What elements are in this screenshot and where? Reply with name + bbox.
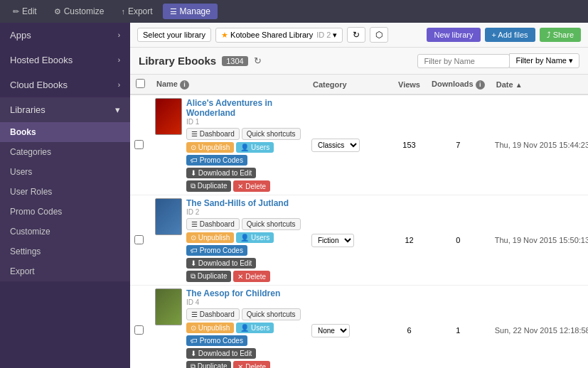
add-files-button[interactable]: + Add files: [485, 28, 535, 42]
users-button[interactable]: 👤 Users: [236, 142, 274, 153]
category-select[interactable]: Classics: [311, 139, 360, 152]
promo-codes-button[interactable]: 🏷 Promo Codes: [186, 335, 247, 346]
views-cell: 12: [392, 195, 426, 286]
edit-icon: ✏: [13, 7, 19, 16]
filter-label[interactable]: Filter by Name ▾: [509, 53, 579, 68]
table-header-row: Name i Category Views Downloads i Date ▲: [130, 75, 588, 94]
th-checkbox: [130, 75, 151, 94]
users-button[interactable]: 👤 Users: [236, 232, 274, 243]
sort-arrow-icon: ▲: [515, 81, 523, 89]
th-views: Views: [392, 75, 426, 94]
category-select[interactable]: Fiction: [311, 234, 354, 247]
filter-input[interactable]: [417, 54, 510, 68]
dashboard-button[interactable]: ☰ Dashboard: [186, 218, 240, 230]
refresh-button[interactable]: ↻: [347, 27, 365, 43]
delete-button[interactable]: ✕ Delete: [233, 180, 270, 192]
unpublish-button[interactable]: ⊙ Unpublish: [186, 142, 234, 153]
table-row: Alice's Adventures in Wonderland ID 1 ☰ …: [130, 94, 588, 195]
duplicate-button[interactable]: ⧉ Duplicate: [186, 271, 231, 282]
select-library-button[interactable]: Select your library: [137, 28, 211, 42]
users-button[interactable]: 👤 Users: [236, 323, 274, 333]
promo-codes-button[interactable]: 🏷 Promo Codes: [186, 245, 247, 256]
category-select[interactable]: None: [311, 324, 350, 337]
select-all-checkbox[interactable]: [136, 79, 145, 88]
book-cover: [155, 198, 182, 235]
downloads-info-icon[interactable]: i: [476, 80, 485, 90]
customize-button[interactable]: ⚙ Customize: [47, 4, 112, 19]
book-action-row: ☰ Dashboard Quick shortcuts ⊙ Unpublish …: [186, 218, 303, 282]
th-date[interactable]: Date ▲: [491, 75, 588, 94]
sidebar-item-customize[interactable]: Customize: [0, 222, 130, 242]
date-cell: Thu, 19 Nov 2015 15:50:13 GMT: [491, 195, 588, 286]
sidebar-item-apps[interactable]: Apps ›: [0, 23, 130, 48]
delete-button[interactable]: ✕ Delete: [233, 271, 270, 282]
downloads-cell: 0: [426, 195, 491, 286]
content-area: Select your library ★ Kotobee Shared Lib…: [130, 23, 588, 368]
book-id: ID 1: [186, 118, 303, 126]
book-action-row: ☰ Dashboard Quick shortcuts ⊙ Unpublish …: [186, 308, 303, 368]
ebooks-table: Name i Category Views Downloads i Date ▲…: [130, 75, 588, 368]
th-name[interactable]: Name i: [151, 75, 307, 94]
date-cell: Thu, 19 Nov 2015 15:44:23 GMT: [491, 94, 588, 195]
external-link-icon: ⬡: [375, 30, 383, 40]
row-checkbox[interactable]: [134, 235, 144, 244]
name-info-icon[interactable]: i: [180, 80, 189, 90]
main-layout: Apps › Hosted Ebooks › Cloud Ebooks › Li…: [0, 23, 588, 368]
sidebar-item-categories[interactable]: Categories: [0, 142, 130, 162]
sidebar-item-libraries[interactable]: Libraries ▾: [0, 97, 130, 122]
sidebar-item-export[interactable]: Export: [0, 261, 130, 281]
share-icon: ⤴: [547, 31, 551, 39]
book-title[interactable]: The Aesop for Children: [186, 288, 303, 298]
unpublish-button[interactable]: ⊙ Unpublish: [186, 232, 234, 243]
book-info: The Aesop for Children ID 4 ☰ Dashboard …: [186, 288, 303, 368]
download-to-edit-button[interactable]: ⬇ Download to Edit: [186, 168, 256, 178]
book-id: ID 2: [186, 208, 303, 216]
row-checkbox[interactable]: [134, 325, 144, 335]
book-cover: [155, 288, 182, 325]
share-button[interactable]: ⤴ Share: [540, 28, 581, 42]
table-refresh-icon[interactable]: ↻: [254, 55, 262, 66]
export-icon: ↑: [121, 7, 125, 16]
download-to-edit-button[interactable]: ⬇ Download to Edit: [186, 348, 256, 359]
quick-shortcuts-button[interactable]: Quick shortcuts: [242, 218, 301, 230]
sidebar-item-settings[interactable]: Settings: [0, 242, 130, 261]
book-title[interactable]: Alice's Adventures in Wonderland: [186, 98, 303, 118]
star-icon: ★: [221, 31, 228, 40]
row-checkbox[interactable]: [134, 140, 144, 149]
sidebar-item-cloud-ebooks[interactable]: Cloud Ebooks ›: [0, 72, 130, 97]
edit-button[interactable]: ✏ Edit: [6, 4, 44, 19]
dashboard-button[interactable]: ☰ Dashboard: [186, 308, 240, 320]
sidebar-item-books[interactable]: Books: [0, 122, 130, 142]
quick-shortcuts-button[interactable]: Quick shortcuts: [242, 308, 301, 320]
library-dropdown[interactable]: ★ Kotobee Shared Library ID 2 ▾: [215, 28, 343, 43]
new-library-button[interactable]: New library: [427, 28, 480, 42]
ebook-count-badge: 1304: [222, 56, 247, 66]
sidebar-item-users[interactable]: Users: [0, 162, 130, 182]
library-selector-group: Select your library ★ Kotobee Shared Lib…: [137, 27, 388, 43]
chevron-right-icon: ›: [118, 56, 120, 64]
promo-codes-button[interactable]: 🏷 Promo Codes: [186, 155, 247, 166]
book-action-row: ☰ Dashboard Quick shortcuts ⊙ Unpublish …: [186, 128, 303, 192]
delete-button[interactable]: ✕ Delete: [233, 361, 270, 368]
download-to-edit-button[interactable]: ⬇ Download to Edit: [186, 258, 256, 269]
unpublish-button[interactable]: ⊙ Unpublish: [186, 323, 234, 333]
downloads-cell: 7: [426, 94, 491, 195]
customize-icon: ⚙: [54, 7, 61, 16]
sidebar-item-promo-codes[interactable]: Promo Codes: [0, 202, 130, 222]
quick-shortcuts-button[interactable]: Quick shortcuts: [242, 128, 301, 140]
duplicate-button[interactable]: ⧉ Duplicate: [186, 361, 231, 368]
external-link-button[interactable]: ⬡: [370, 27, 388, 43]
views-cell: 6: [392, 286, 426, 369]
dashboard-button[interactable]: ☰ Dashboard: [186, 128, 240, 140]
views-cell: 153: [392, 94, 426, 195]
duplicate-button[interactable]: ⧉ Duplicate: [186, 180, 231, 192]
manage-button[interactable]: ☰ Manage: [163, 4, 218, 19]
export-button[interactable]: ↑ Export: [114, 4, 159, 19]
sidebar: Apps › Hosted Ebooks › Cloud Ebooks › Li…: [0, 23, 130, 368]
chevron-down-icon: ▾: [115, 104, 120, 115]
book-title[interactable]: The Sand-Hills of Jutland: [186, 198, 303, 208]
th-downloads[interactable]: Downloads i: [426, 75, 491, 94]
sidebar-item-user-roles[interactable]: User Roles: [0, 182, 130, 202]
sidebar-item-hosted-ebooks[interactable]: Hosted Ebooks ›: [0, 48, 130, 72]
chevron-right-icon: ›: [118, 31, 120, 39]
